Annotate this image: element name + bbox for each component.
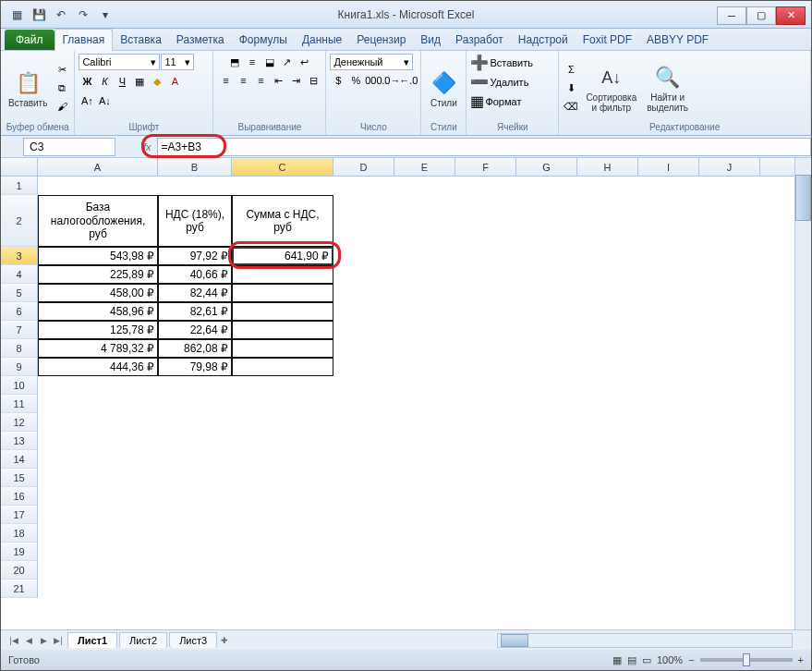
qat-dropdown-icon[interactable]: ▾ — [95, 5, 115, 25]
maximize-button[interactable]: ▢ — [746, 6, 776, 25]
font-color-button[interactable]: A — [166, 73, 183, 90]
cell-c4[interactable] — [232, 265, 333, 284]
cell-b9[interactable]: 79,98 ₽ — [158, 358, 232, 376]
sheet-nav-prev-icon[interactable]: ◀ — [21, 633, 36, 648]
minimize-button[interactable]: ─ — [717, 6, 746, 25]
zoom-thumb[interactable] — [743, 653, 750, 666]
copy-icon[interactable]: ⧉ — [54, 79, 70, 96]
colhead-g[interactable]: G — [516, 158, 577, 176]
save-icon[interactable]: 💾 — [29, 5, 49, 25]
cell-a6[interactable]: 458,96 ₽ — [38, 302, 158, 321]
shrink-font-icon[interactable]: A↓ — [96, 92, 113, 109]
cell-a4[interactable]: 225,89 ₽ — [38, 265, 158, 284]
font-size-combo[interactable]: 11▾ — [161, 54, 194, 70]
delete-cells-button[interactable]: ➖Удалить — [470, 73, 528, 91]
sheet-nav-next-icon[interactable]: ▶ — [36, 633, 51, 648]
tab-formulas[interactable]: Формулы — [232, 30, 295, 50]
number-format-combo[interactable]: Денежный▾ — [330, 54, 413, 70]
sheet-tab-1[interactable]: Лист1 — [67, 632, 117, 648]
redo-icon[interactable]: ↷ — [73, 5, 93, 25]
indent-decrease-icon[interactable]: ⇤ — [270, 72, 286, 89]
cut-icon[interactable]: ✂ — [54, 61, 70, 78]
align-bottom-icon[interactable]: ⬓ — [261, 54, 278, 70]
vertical-scrollbar[interactable] — [794, 158, 811, 629]
align-top-icon[interactable]: ⬒ — [226, 54, 243, 70]
view-layout-icon[interactable]: ▤ — [627, 654, 636, 666]
tab-addins[interactable]: Надстрой — [511, 30, 576, 50]
rowhead-13[interactable]: 13 — [1, 432, 38, 450]
paste-button[interactable]: 📋 Вставить — [5, 67, 51, 110]
colhead-h[interactable]: H — [577, 158, 638, 176]
rowhead-16[interactable]: 16 — [1, 487, 38, 506]
rowhead-12[interactable]: 12 — [1, 413, 38, 432]
rowhead-14[interactable]: 14 — [1, 450, 38, 469]
rowhead-10[interactable]: 10 — [1, 376, 38, 395]
rowhead-5[interactable]: 5 — [1, 284, 38, 302]
close-button[interactable]: ✕ — [776, 6, 806, 25]
rowhead-6[interactable]: 6 — [1, 302, 38, 321]
rowhead-17[interactable]: 17 — [1, 506, 38, 524]
format-cells-button[interactable]: ▦Формат — [470, 92, 521, 110]
tab-abbyy[interactable]: ABBYY PDF — [639, 30, 716, 50]
cell-a5[interactable]: 458,00 ₽ — [38, 284, 158, 302]
colhead-j[interactable]: J — [699, 158, 760, 176]
sheet-tab-3[interactable]: Лист3 — [169, 632, 217, 648]
format-painter-icon[interactable]: 🖌 — [54, 98, 70, 115]
cell-b5[interactable]: 82,44 ₽ — [158, 284, 232, 302]
orientation-icon[interactable]: ↗ — [279, 54, 296, 70]
horizontal-scrollbar[interactable] — [497, 633, 793, 648]
cell-c8[interactable] — [232, 339, 333, 358]
font-name-combo[interactable]: Calibri▾ — [79, 54, 160, 70]
rowhead-9[interactable]: 9 — [1, 358, 38, 376]
formula-input[interactable]: =A3+B3 — [157, 138, 811, 156]
name-box[interactable]: C3 — [23, 138, 115, 156]
sheet-tab-2[interactable]: Лист2 — [119, 632, 167, 648]
cell-c5[interactable] — [232, 284, 333, 302]
align-center-icon[interactable]: ≡ — [235, 72, 251, 89]
rowhead-20[interactable]: 20 — [1, 561, 38, 580]
cell-a3[interactable]: 543,98 ₽ — [38, 247, 158, 265]
cell-c6[interactable] — [232, 302, 333, 321]
cell-b4[interactable]: 40,66 ₽ — [158, 265, 232, 284]
colhead-e[interactable]: E — [394, 158, 455, 176]
comma-icon[interactable]: 000 — [365, 72, 382, 89]
increase-decimal-icon[interactable]: .0→ — [382, 72, 399, 89]
fx-icon[interactable]: fx — [143, 141, 151, 152]
find-select-button[interactable]: 🔍 Найти и выделить — [643, 61, 692, 115]
tab-home[interactable]: Главная — [55, 29, 114, 51]
zoom-slider[interactable] — [700, 658, 793, 662]
fill-color-button[interactable]: ◆ — [149, 73, 165, 90]
cell-b2[interactable]: НДС (18%), руб — [158, 195, 232, 247]
clear-icon[interactable]: ⌫ — [563, 98, 579, 115]
currency-icon[interactable]: $ — [330, 72, 346, 89]
cell-b8[interactable]: 862,08 ₽ — [158, 339, 232, 358]
colhead-i[interactable]: I — [638, 158, 699, 176]
zoom-in-icon[interactable]: + — [798, 654, 804, 665]
cell-c9[interactable] — [232, 358, 333, 376]
new-sheet-icon[interactable]: ✚ — [217, 633, 232, 648]
tab-file[interactable]: Файл — [5, 30, 55, 50]
colhead-d[interactable]: D — [333, 158, 394, 176]
align-right-icon[interactable]: ≡ — [252, 72, 269, 89]
percent-icon[interactable]: % — [347, 72, 364, 89]
tab-review[interactable]: Рецензир — [349, 30, 413, 50]
rowhead-2[interactable]: 2 — [1, 195, 38, 247]
rowhead-3[interactable]: 3 — [1, 247, 38, 265]
cell-c7[interactable] — [232, 321, 333, 339]
cell-a8[interactable]: 4 789,32 ₽ — [38, 339, 158, 358]
grow-font-icon[interactable]: A↑ — [79, 92, 95, 109]
border-button[interactable]: ▦ — [131, 73, 148, 90]
italic-button[interactable]: К — [96, 73, 113, 90]
rowhead-15[interactable]: 15 — [1, 469, 38, 487]
tab-foxit[interactable]: Foxit PDF — [576, 30, 639, 50]
colhead-a[interactable]: A — [38, 158, 158, 176]
merge-icon[interactable]: ⊟ — [305, 72, 321, 89]
sheet-nav-last-icon[interactable]: ▶| — [51, 633, 66, 648]
rowhead-7[interactable]: 7 — [1, 321, 38, 339]
cell-b7[interactable]: 22,64 ₽ — [158, 321, 232, 339]
hscroll-thumb[interactable] — [501, 634, 528, 647]
align-middle-icon[interactable]: ≡ — [244, 54, 261, 70]
view-break-icon[interactable]: ▭ — [642, 654, 651, 666]
rowhead-21[interactable]: 21 — [1, 580, 38, 598]
cell-a2[interactable]: База налогообложения, руб — [38, 195, 158, 247]
